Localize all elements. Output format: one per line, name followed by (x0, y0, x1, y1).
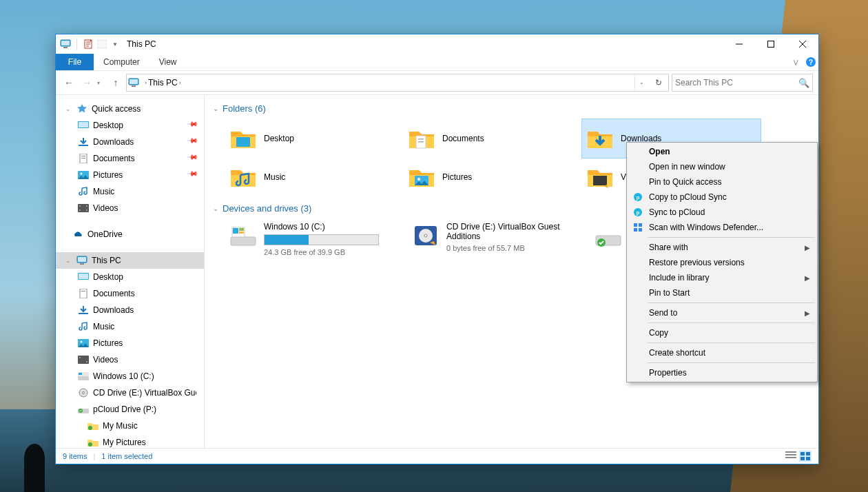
nav-pc-pictures[interactable]: Pictures (56, 335, 204, 351)
history-dropdown[interactable]: ▾ (97, 80, 105, 86)
cm-sync-pcloud[interactable]: pSync to pCloud (628, 205, 816, 220)
tab-view[interactable]: View (149, 54, 187, 70)
cm-windows-defender[interactable]: Scan with Windows Defender... (628, 220, 816, 235)
drive-bar (264, 234, 379, 245)
address-dropdown[interactable]: ⌄ (634, 75, 648, 90)
nav-pc-cddrive[interactable]: CD Drive (E:) VirtualBox Guest A (56, 385, 204, 401)
cm-copy[interactable]: Copy (628, 325, 816, 340)
svg-rect-56 (233, 228, 238, 234)
folder-music[interactable]: Music (225, 158, 404, 196)
svg-rect-29 (79, 274, 88, 279)
pcloud-icon: p (632, 207, 643, 218)
new-folder-icon[interactable] (96, 39, 107, 50)
folder-icon (408, 163, 435, 191)
cm-include-library[interactable]: Include in library▶ (628, 270, 816, 285)
minimize-button[interactable] (723, 34, 755, 54)
nav-item-videos[interactable]: Videos (56, 200, 204, 216)
svg-rect-22 (79, 209, 81, 211)
up-button[interactable]: ↑ (108, 75, 123, 90)
qat-dropdown[interactable]: ▼ (110, 38, 120, 50)
cm-copy-pcloud[interactable]: pCopy to pCloud Sync (628, 189, 816, 205)
separator (648, 303, 815, 303)
tab-computer[interactable]: Computer (94, 54, 149, 70)
nav-pc-cdrive[interactable]: Windows 10 (C:) (56, 368, 204, 385)
nav-quick-access[interactable]: ⌄ Quick access (56, 101, 204, 117)
cm-share-with[interactable]: Share with▶ (628, 240, 816, 255)
cd-icon (78, 387, 89, 398)
svg-point-42 (83, 392, 85, 394)
nav-item-documents[interactable]: Documents📌 (56, 150, 204, 167)
forward-button[interactable]: → (79, 75, 94, 90)
svg-rect-32 (79, 313, 88, 314)
svg-rect-31 (81, 291, 85, 291)
nav-item-desktop[interactable]: Desktop📌 (56, 117, 204, 134)
properties-icon[interactable] (83, 39, 94, 50)
details-view-button[interactable] (785, 451, 796, 462)
cm-send-to[interactable]: Send to▶ (628, 305, 816, 320)
download-icon (78, 136, 89, 147)
drive-cd[interactable]: CD Drive (E:) VirtualBox Guest Additions… (408, 219, 590, 259)
address-bar[interactable]: › This PC › ⌄ ↻ (126, 74, 669, 92)
ribbon-expand-button[interactable]: ⋁ (788, 54, 803, 70)
nav-label: Pictures (93, 170, 123, 180)
onedrive-icon (72, 229, 83, 240)
nav-this-pc[interactable]: ⌄ This PC (56, 252, 204, 269)
nav-label: pCloud Drive (P:) (93, 404, 156, 414)
chevron-right-icon: ▶ (805, 274, 810, 282)
nav-label: Videos (93, 203, 118, 213)
back-button[interactable]: ← (61, 75, 76, 90)
pictures-icon (78, 170, 89, 181)
pin-icon: 📌 (187, 118, 198, 129)
nav-label: CD Drive (E:) VirtualBox Guest A (93, 388, 196, 398)
svg-point-34 (81, 341, 83, 343)
svg-rect-36 (79, 357, 81, 358)
nav-item-music[interactable]: Music (56, 183, 204, 200)
svg-text:p: p (637, 194, 640, 201)
nav-pc-downloads[interactable]: Downloads (56, 302, 204, 318)
status-bar: 9 items | 1 item selected (56, 448, 818, 464)
defender-icon (632, 222, 643, 233)
folder-documents[interactable]: Documents (404, 119, 582, 158)
nav-pcloud-pictures[interactable]: My Pictures (56, 434, 204, 448)
section-folders[interactable]: ⌄ Folders (6) (213, 103, 810, 114)
cm-open[interactable]: Open (628, 144, 816, 159)
chevron-down-icon: ⌄ (213, 205, 218, 212)
maximize-button[interactable] (755, 34, 787, 54)
status-items: 9 items (63, 452, 87, 460)
search-input[interactable]: Search This PC 🔍 (672, 74, 813, 92)
nav-label: My Pictures (103, 438, 146, 447)
nav-pc-pcloud[interactable]: pCloud Drive (P:) (56, 401, 204, 418)
refresh-button[interactable]: ↻ (650, 78, 667, 88)
nav-item-pictures[interactable]: Pictures📌 (56, 167, 204, 183)
folder-desktop[interactable]: Desktop (225, 119, 404, 158)
breadcrumb-root[interactable]: › This PC › (142, 78, 184, 88)
section-title: Folders (6) (223, 103, 266, 114)
nav-onedrive[interactable]: OneDrive (56, 226, 204, 243)
drive-c[interactable]: Windows 10 (C:) 24.3 GB free of 39.9 GB (225, 219, 408, 259)
cm-properties[interactable]: Properties (628, 365, 816, 380)
window-title: This PC (127, 39, 156, 49)
cm-pin-start[interactable]: Pin to Start (628, 285, 816, 300)
separator (648, 237, 815, 238)
nav-pc-desktop[interactable]: Desktop (56, 269, 204, 285)
folder-icon (87, 437, 99, 448)
nav-pcloud-music[interactable]: My Music (56, 418, 204, 434)
cm-restore-versions[interactable]: Restore previous versions (628, 255, 816, 270)
desktop-icon (78, 120, 89, 131)
large-icons-view-button[interactable] (799, 451, 812, 462)
svg-rect-64 (785, 451, 796, 453)
nav-pc-videos[interactable]: Videos (56, 351, 204, 368)
close-button[interactable] (787, 34, 818, 54)
cm-create-shortcut[interactable]: Create shortcut (628, 345, 816, 360)
nav-pc-music[interactable]: Music (56, 318, 204, 335)
drive-icon (229, 222, 257, 249)
pcloud-drive-icon (595, 222, 622, 249)
navigation-pane[interactable]: ⌄ Quick access Desktop📌 Downloads📌 Docum… (56, 95, 205, 448)
nav-pc-documents[interactable]: Documents (56, 285, 204, 302)
cm-open-new-window[interactable]: Open in new window (628, 159, 816, 174)
nav-item-downloads[interactable]: Downloads📌 (56, 134, 204, 150)
help-button[interactable]: ? (803, 54, 818, 70)
folder-pictures[interactable]: Pictures (404, 158, 582, 196)
cm-pin-quick-access[interactable]: Pin to Quick access (628, 174, 816, 189)
tab-file[interactable]: File (56, 54, 94, 70)
